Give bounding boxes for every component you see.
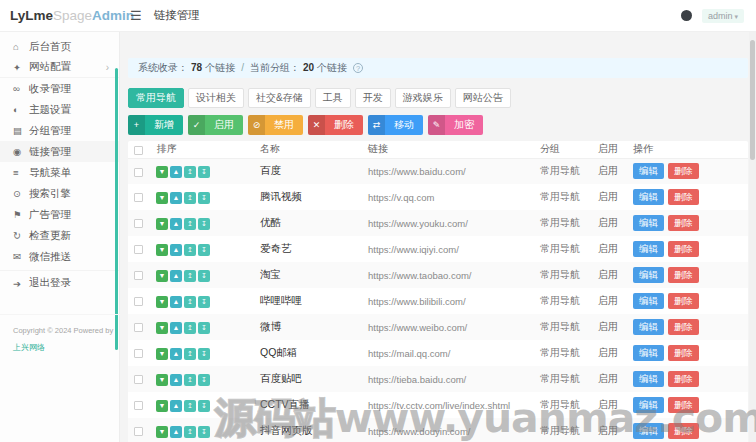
sidebar-item-list[interactable]: ≡ 导航菜单 — [0, 162, 119, 183]
move-up-icon[interactable]: ▲ — [170, 166, 182, 178]
sidebar-item-comment[interactable]: ✉ 微信推送 — [0, 246, 119, 267]
row-checkbox[interactable] — [134, 271, 143, 280]
edit-button[interactable]: 编辑 — [633, 189, 664, 205]
move-top-icon[interactable]: ↥ — [184, 426, 196, 438]
move-button[interactable]: ⇄ 移动 — [368, 115, 423, 135]
edit-button[interactable]: 编辑 — [633, 163, 664, 179]
move-bottom-icon[interactable]: ↧ — [198, 218, 210, 230]
sidebar-item-globe[interactable]: ◉ 链接管理 — [0, 141, 119, 162]
move-down-icon[interactable]: ▼ — [156, 374, 168, 386]
move-up-icon[interactable]: ▲ — [170, 400, 182, 412]
select-all-checkbox[interactable] — [134, 146, 143, 155]
move-bottom-icon[interactable]: ↧ — [198, 270, 210, 282]
help-icon[interactable]: ? — [353, 63, 363, 73]
row-checkbox[interactable] — [134, 349, 143, 358]
group-tab[interactable]: 游戏娱乐 — [395, 88, 451, 108]
sidebar-item-home[interactable]: ⌂ 后台首页 — [0, 36, 119, 57]
edit-button[interactable]: 编辑 — [633, 319, 664, 335]
add-button[interactable]: + 新增 — [128, 115, 183, 135]
delete-button[interactable]: 删除 — [668, 345, 699, 361]
row-checkbox[interactable] — [134, 427, 143, 436]
move-up-icon[interactable]: ▲ — [170, 296, 182, 308]
delete-button[interactable]: 删除 — [668, 319, 699, 335]
row-checkbox[interactable] — [134, 245, 143, 254]
move-top-icon[interactable]: ↥ — [184, 244, 196, 256]
delete-button[interactable]: 删除 — [668, 423, 699, 439]
user-dropdown[interactable]: admin▾ — [702, 9, 744, 23]
move-up-icon[interactable]: ▲ — [170, 218, 182, 230]
delete-button[interactable]: 删除 — [668, 163, 699, 179]
move-top-icon[interactable]: ↥ — [184, 348, 196, 360]
move-top-icon[interactable]: ↥ — [184, 270, 196, 282]
delete-button[interactable]: 删除 — [668, 241, 699, 257]
group-tab[interactable]: 设计相关 — [188, 88, 244, 108]
sidebar-item-logout[interactable]: ➔ 退出登录 — [0, 270, 119, 293]
move-up-icon[interactable]: ▲ — [170, 348, 182, 360]
move-down-icon[interactable]: ▼ — [156, 218, 168, 230]
page-scrollbar[interactable] — [749, 32, 756, 442]
move-up-icon[interactable]: ▲ — [170, 244, 182, 256]
hamburger-icon[interactable]: ☰ — [130, 8, 142, 23]
delete-button[interactable]: 删除 — [668, 371, 699, 387]
move-bottom-icon[interactable]: ↧ — [198, 348, 210, 360]
move-bottom-icon[interactable]: ↧ — [198, 244, 210, 256]
move-top-icon[interactable]: ↥ — [184, 192, 196, 204]
move-up-icon[interactable]: ▲ — [170, 192, 182, 204]
sidebar-item-refresh[interactable]: ↻ 检查更新 — [0, 225, 119, 246]
delete-button[interactable]: 删除 — [668, 215, 699, 231]
move-top-icon[interactable]: ↥ — [184, 166, 196, 178]
move-up-icon[interactable]: ▲ — [170, 426, 182, 438]
move-bottom-icon[interactable]: ↧ — [198, 192, 210, 204]
move-up-icon[interactable]: ▲ — [170, 322, 182, 334]
move-bottom-icon[interactable]: ↧ — [198, 166, 210, 178]
move-down-icon[interactable]: ▼ — [156, 270, 168, 282]
move-top-icon[interactable]: ↥ — [184, 218, 196, 230]
sidebar-item-search[interactable]: ⊙ 搜索引擎 — [0, 183, 119, 204]
group-tab[interactable]: 开发 — [355, 88, 391, 108]
delete-button[interactable]: ✕ 删除 — [308, 115, 363, 135]
move-down-icon[interactable]: ▼ — [156, 192, 168, 204]
move-bottom-icon[interactable]: ↧ — [198, 426, 210, 438]
sidebar-item-plug[interactable]: ✦ 网站配置 › — [0, 57, 119, 78]
move-down-icon[interactable]: ▼ — [156, 348, 168, 360]
move-down-icon[interactable]: ▼ — [156, 296, 168, 308]
row-checkbox[interactable] — [134, 219, 143, 228]
sidebar-item-link[interactable]: ∞ 收录管理 — [0, 78, 119, 99]
row-checkbox[interactable] — [134, 168, 143, 177]
sidebar-item-wrench[interactable]: ⚑ 广告管理 — [0, 204, 119, 225]
move-up-icon[interactable]: ▲ — [170, 374, 182, 386]
edit-button[interactable]: 编辑 — [633, 371, 664, 387]
move-down-icon[interactable]: ▼ — [156, 244, 168, 256]
group-tab[interactable]: 工具 — [315, 88, 351, 108]
move-bottom-icon[interactable]: ↧ — [198, 374, 210, 386]
enable-button[interactable]: ✓ 启用 — [188, 115, 243, 135]
edit-button[interactable]: 编辑 — [633, 345, 664, 361]
move-top-icon[interactable]: ↥ — [184, 322, 196, 334]
move-up-icon[interactable]: ▲ — [170, 270, 182, 282]
move-bottom-icon[interactable]: ↧ — [198, 400, 210, 412]
edit-button[interactable]: 编辑 — [633, 293, 664, 309]
edit-button[interactable]: 编辑 — [633, 267, 664, 283]
delete-button[interactable]: 删除 — [668, 267, 699, 283]
move-bottom-icon[interactable]: ↧ — [198, 296, 210, 308]
encrypt-button[interactable]: ✎ 加密 — [428, 115, 483, 135]
edit-button[interactable]: 编辑 — [633, 241, 664, 257]
group-tab[interactable]: 网站公告 — [455, 88, 511, 108]
row-checkbox[interactable] — [134, 193, 143, 202]
disable-button[interactable]: ⊘ 禁用 — [248, 115, 303, 135]
move-top-icon[interactable]: ↥ — [184, 296, 196, 308]
copyright-link[interactable]: 上兴网络 — [13, 343, 45, 352]
move-down-icon[interactable]: ▼ — [156, 400, 168, 412]
move-top-icon[interactable]: ↥ — [184, 374, 196, 386]
row-checkbox[interactable] — [134, 323, 143, 332]
move-down-icon[interactable]: ▼ — [156, 426, 168, 438]
move-bottom-icon[interactable]: ↧ — [198, 322, 210, 334]
row-checkbox[interactable] — [134, 375, 143, 384]
delete-button[interactable]: 删除 — [668, 293, 699, 309]
sidebar-scrollbar[interactable] — [115, 68, 118, 350]
row-checkbox[interactable] — [134, 401, 143, 410]
move-down-icon[interactable]: ▼ — [156, 322, 168, 334]
edit-button[interactable]: 编辑 — [633, 397, 664, 413]
page-scrollbar-thumb[interactable] — [750, 40, 755, 160]
move-top-icon[interactable]: ↥ — [184, 400, 196, 412]
